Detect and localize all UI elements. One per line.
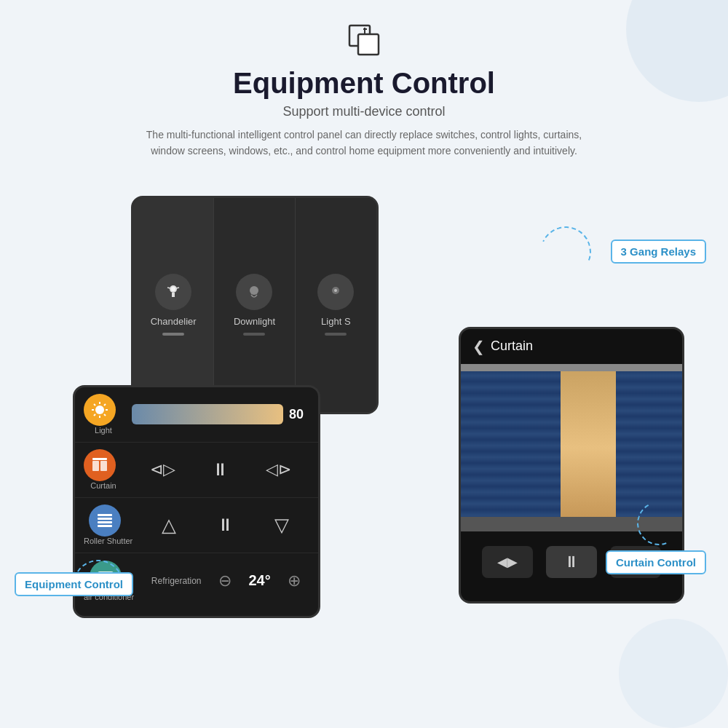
svg-rect-25 bbox=[98, 518, 112, 520]
lightstrip-indicator bbox=[325, 333, 347, 336]
curtain-pause-icon: ⏸ bbox=[563, 553, 579, 571]
curtain-control-label: Curtain Control bbox=[606, 550, 706, 574]
equipment-control-label-text: Equipment Control bbox=[25, 578, 123, 590]
svg-point-11 bbox=[334, 289, 337, 292]
sun-icon bbox=[90, 400, 109, 419]
light-panel-inner: Chandelier Downlight bbox=[133, 198, 376, 412]
shutter-up-btn[interactable]: △ bbox=[162, 514, 176, 537]
downlight-indicator bbox=[243, 333, 265, 336]
curtain-icon bbox=[90, 456, 109, 475]
light-cell-chandelier[interactable]: Chandelier bbox=[133, 198, 214, 412]
shutter-control-row: Roller Shutter △ ⏸ ▽ bbox=[75, 498, 318, 553]
curtain-icon-wrap bbox=[84, 449, 116, 481]
light-panel-grid: Chandelier Downlight bbox=[133, 198, 376, 412]
chandelier-label: Chandelier bbox=[151, 316, 197, 327]
shutter-row-label: Roller Shutter bbox=[84, 537, 132, 545]
ac-mode-label: Refrigeration bbox=[151, 576, 202, 586]
svg-point-9 bbox=[250, 286, 258, 295]
svg-line-19 bbox=[104, 404, 106, 405]
bg-decoration-circle-bottom bbox=[619, 619, 728, 728]
header-icon-area bbox=[15, 22, 713, 58]
svg-line-18 bbox=[104, 414, 106, 416]
shutter-down-btn[interactable]: ▽ bbox=[274, 514, 289, 537]
light-icon-col: Light bbox=[84, 394, 123, 435]
downlight-icon bbox=[244, 282, 264, 302]
svg-rect-24 bbox=[98, 514, 112, 516]
svg-rect-5 bbox=[172, 293, 175, 297]
curtain-rod bbox=[461, 364, 682, 371]
svg-point-12 bbox=[95, 405, 104, 414]
ac-decrease-btn[interactable]: ⊖ bbox=[218, 571, 232, 590]
curtain-left-panel bbox=[461, 364, 561, 531]
relay-label: 3 Gang Relays bbox=[611, 240, 706, 264]
chandelier-icon-circle bbox=[155, 274, 191, 310]
chandelier-icon bbox=[163, 282, 183, 302]
light-row-label: Light bbox=[95, 426, 112, 435]
light-control-row: Light 80 bbox=[75, 387, 318, 443]
curtain-panel-header: ❮ Curtain bbox=[461, 329, 682, 364]
curtain-back-btn[interactable]: ❮ bbox=[472, 338, 485, 355]
curtain-open-icon: ◀▶ bbox=[497, 554, 518, 570]
light-icon-wrap bbox=[84, 394, 116, 426]
shutter-stop-btn[interactable]: ⏸ bbox=[217, 515, 234, 535]
curtain-light-gap bbox=[561, 364, 616, 531]
curtain-open-btn[interactable]: ⊲▷ bbox=[150, 460, 175, 479]
svg-point-8 bbox=[171, 287, 175, 291]
svg-rect-27 bbox=[98, 525, 112, 527]
light-cell-lights[interactable]: Light S bbox=[296, 198, 376, 412]
copy-icon bbox=[346, 22, 382, 58]
light-slider-container: 80 bbox=[132, 404, 309, 424]
svg-rect-23 bbox=[100, 461, 107, 471]
lightstrip-label: Light S bbox=[321, 316, 350, 327]
light-control-panel: Chandelier Downlight bbox=[131, 196, 379, 414]
svg-rect-22 bbox=[92, 461, 99, 471]
curtain-panel-title: Curtain bbox=[491, 339, 533, 354]
shutter-controls: △ ⏸ ▽ bbox=[141, 514, 309, 537]
equipment-control-label: Equipment Control bbox=[15, 572, 133, 596]
svg-rect-21 bbox=[92, 458, 107, 460]
curtain-icon-col: Curtain bbox=[84, 449, 123, 490]
lightstrip-icon-circle bbox=[317, 274, 354, 310]
sub-title: Support multi-device control bbox=[15, 104, 713, 119]
curtain-pause-btn[interactable]: ⏸ bbox=[212, 459, 229, 480]
curtain-control-row: Curtain ⊲▷ ⏸ ◁⊳ bbox=[75, 443, 318, 498]
ac-controls: Refrigeration ⊖ 24° ⊕ bbox=[143, 571, 309, 590]
svg-rect-26 bbox=[98, 521, 112, 523]
curtain-pause-button[interactable]: ⏸ bbox=[546, 546, 597, 578]
shutter-icon bbox=[95, 511, 114, 530]
svg-line-20 bbox=[94, 414, 95, 416]
lightstrip-icon bbox=[325, 282, 346, 302]
ac-temperature: 24° bbox=[249, 572, 271, 589]
curtain-control-label-text: Curtain Control bbox=[616, 556, 696, 569]
main-title: Equipment Control bbox=[15, 67, 713, 100]
description-text: The multi-functional intelligent control… bbox=[146, 127, 582, 159]
chandelier-indicator bbox=[162, 333, 184, 336]
downlight-label: Downlight bbox=[234, 316, 275, 327]
curtain-row-label: Curtain bbox=[90, 481, 116, 490]
light-slider-bar[interactable] bbox=[132, 404, 283, 424]
curtain-open-button[interactable]: ◀▶ bbox=[482, 546, 533, 578]
downlight-icon-circle bbox=[236, 274, 272, 310]
svg-line-17 bbox=[94, 404, 95, 405]
shutter-icon-wrap bbox=[89, 505, 121, 537]
light-cell-downlight[interactable]: Downlight bbox=[214, 198, 295, 412]
shutter-icon-col: Roller Shutter bbox=[84, 505, 132, 545]
relay-dashed-circle bbox=[533, 219, 598, 285]
curtain-controls: ⊲▷ ⏸ ◁⊳ bbox=[132, 459, 309, 480]
ac-increase-btn[interactable]: ⊕ bbox=[288, 571, 301, 590]
page-header: Equipment Control Support multi-device c… bbox=[0, 0, 728, 167]
light-value: 80 bbox=[289, 407, 309, 422]
curtain-close-btn[interactable]: ◁⊳ bbox=[266, 460, 291, 479]
svg-rect-1 bbox=[358, 34, 379, 55]
devices-area: Chandelier Downlight bbox=[0, 181, 728, 633]
